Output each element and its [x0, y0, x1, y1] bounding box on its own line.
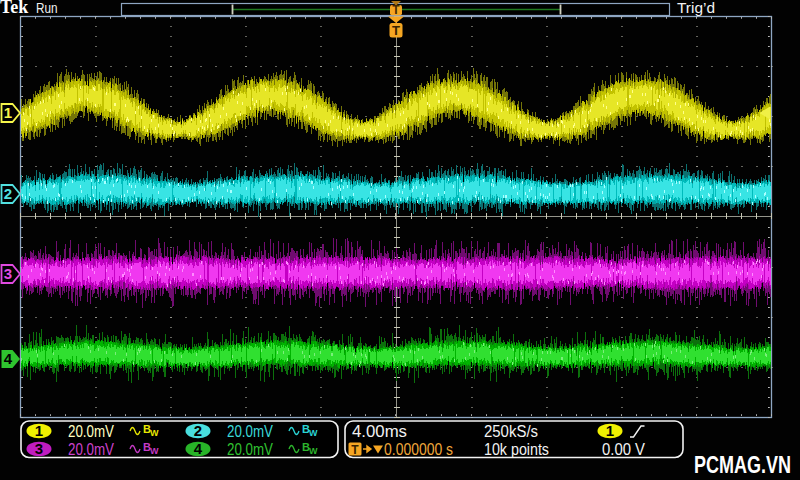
svg-text:20.0mV: 20.0mV	[68, 423, 114, 440]
svg-text:W: W	[309, 446, 318, 456]
svg-text:1: 1	[4, 104, 12, 121]
svg-text:4.00ms: 4.00ms	[352, 423, 407, 440]
svg-text:1: 1	[35, 422, 43, 439]
svg-text:W: W	[150, 446, 159, 456]
svg-text:3: 3	[35, 440, 43, 457]
svg-text:1: 1	[606, 422, 614, 439]
svg-text:T: T	[351, 443, 359, 457]
svg-text:4: 4	[4, 350, 13, 367]
svg-text:4: 4	[194, 440, 203, 457]
svg-text:Trig’d: Trig’d	[677, 0, 715, 16]
svg-text:20.0mV: 20.0mV	[227, 423, 273, 440]
svg-text:2: 2	[4, 185, 12, 202]
svg-text:10k points: 10k points	[484, 441, 549, 458]
svg-text:250kS/s: 250kS/s	[484, 423, 538, 440]
svg-text:20.0mV: 20.0mV	[227, 441, 273, 458]
svg-text:2: 2	[194, 422, 202, 439]
svg-text:Tek: Tek	[0, 0, 28, 17]
svg-text:0.000000 s: 0.000000 s	[384, 441, 453, 458]
svg-text:W: W	[309, 428, 318, 438]
svg-text:PCMAG.VN: PCMAG.VN	[694, 451, 791, 478]
svg-text:T: T	[392, 3, 400, 17]
svg-text:20.0mV: 20.0mV	[68, 441, 114, 458]
svg-text:0.00 V: 0.00 V	[602, 441, 645, 458]
svg-text:T: T	[392, 23, 400, 38]
svg-text:Run: Run	[36, 0, 58, 16]
svg-text:W: W	[150, 428, 159, 438]
svg-text:3: 3	[4, 265, 12, 282]
